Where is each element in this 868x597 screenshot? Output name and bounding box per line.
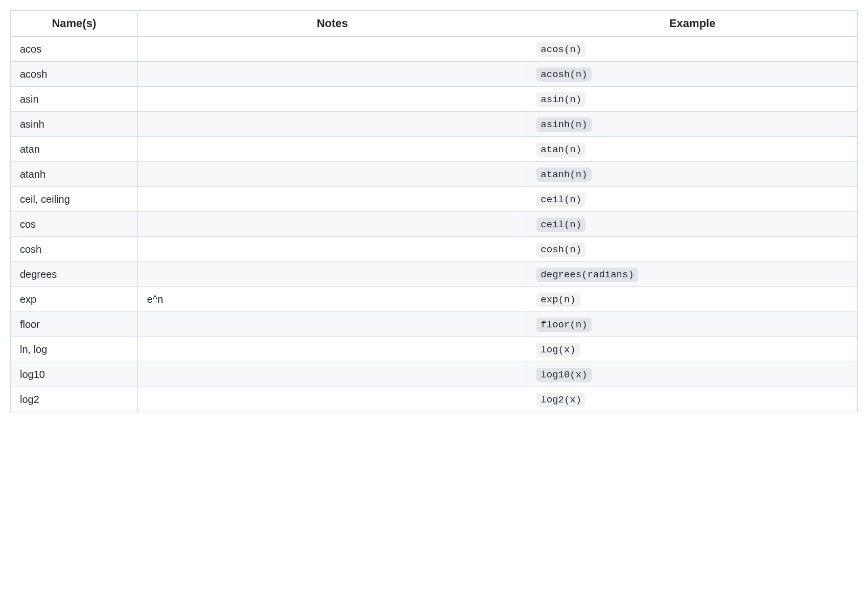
cell-notes [137,212,527,237]
cell-notes [137,312,527,337]
header-example: Example [527,11,858,37]
example-code: degrees(radians) [536,268,638,282]
cell-names: degrees [11,262,138,287]
cell-example: log(x) [527,337,858,362]
cell-notes [137,337,527,362]
header-notes: Notes [137,11,527,37]
cell-example: acosh(n) [527,62,858,87]
cell-example: asinh(n) [527,112,858,137]
cell-example: ceil(n) [527,187,858,212]
cell-names: acosh [11,62,138,87]
cell-names: cosh [11,237,138,262]
table-row: atanatan(n) [11,137,858,162]
example-code: ceil(n) [536,218,585,232]
table-row: degreesdegrees(radians) [11,262,858,287]
cell-names: atanh [11,162,138,187]
cell-names: cos [11,212,138,237]
cell-example: floor(n) [527,312,858,337]
cell-notes [137,262,527,287]
cell-example: atanh(n) [527,162,858,187]
cell-names: asinh [11,112,138,137]
example-code: acosh(n) [536,67,591,82]
cell-names: floor [11,312,138,337]
table-row: acosacos(n) [11,37,858,62]
cell-example: log2(x) [527,387,858,412]
cell-notes [137,112,527,137]
example-code: floor(n) [536,318,591,332]
table-row: expe^nexp(n) [11,287,858,312]
cell-example: log10(x) [527,362,858,387]
table-row: acoshacosh(n) [11,62,858,87]
cell-example: cosh(n) [527,237,858,262]
cell-names: ln, log [11,337,138,362]
table-row: floorfloor(n) [11,312,858,337]
cell-notes [137,162,527,187]
table-row: asinhasinh(n) [11,112,858,137]
table-row: log2log2(x) [11,387,858,412]
cell-names: acos [11,37,138,62]
cell-names: log10 [11,362,138,387]
example-code: log10(x) [536,368,591,382]
table-row: log10log10(x) [11,362,858,387]
example-code: atan(n) [536,142,585,157]
cell-example: ceil(n) [527,212,858,237]
cell-names: exp [11,287,138,312]
cell-example: asin(n) [527,87,858,112]
example-code: acos(n) [536,42,585,57]
cell-names: atan [11,137,138,162]
cell-example: exp(n) [527,287,858,312]
example-code: asinh(n) [536,117,591,132]
cell-notes [137,237,527,262]
functions-table: Name(s) Notes Example acosacos(n)acoshac… [10,10,858,412]
cell-example: acos(n) [527,37,858,62]
header-names: Name(s) [11,11,138,37]
cell-example: atan(n) [527,137,858,162]
cell-notes [137,362,527,387]
cell-notes [137,187,527,212]
example-code: log2(x) [536,393,585,407]
cell-notes [137,62,527,87]
cell-names: asin [11,87,138,112]
cell-example: degrees(radians) [527,262,858,287]
example-code: exp(n) [536,293,579,307]
table-row: coshcosh(n) [11,237,858,262]
cell-names: ceil, ceiling [11,187,138,212]
example-code: log(x) [536,343,579,357]
example-code: cosh(n) [536,243,585,257]
example-code: atanh(n) [536,168,591,182]
table-row: asinasin(n) [11,87,858,112]
table-row: ceil, ceilingceil(n) [11,187,858,212]
table-row: atanhatanh(n) [11,162,858,187]
table-header-row: Name(s) Notes Example [11,11,858,37]
cell-notes [137,87,527,112]
cell-names: log2 [11,387,138,412]
table-row: cosceil(n) [11,212,858,237]
cell-notes [137,137,527,162]
table-row: ln, loglog(x) [11,337,858,362]
example-code: ceil(n) [536,193,585,207]
cell-notes [137,387,527,412]
cell-notes [137,37,527,62]
example-code: asin(n) [536,92,585,107]
cell-notes: e^n [137,287,527,312]
